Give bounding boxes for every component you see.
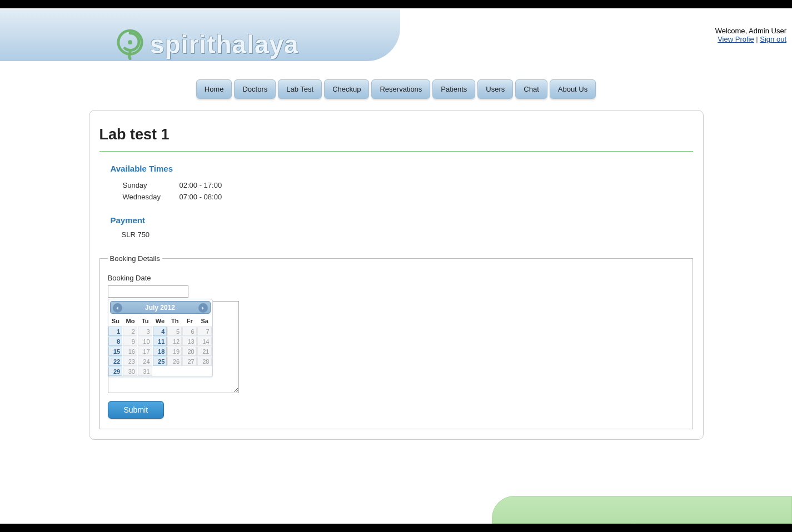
datepicker-day[interactable]: 22 [108, 357, 123, 366]
datepicker-prev-button[interactable] [113, 303, 122, 313]
datepicker-weekday: Sa [197, 315, 212, 327]
top-black-bar [0, 0, 792, 8]
datepicker-grid: SuMoTuWeThFrSa 1234567891011121314151617… [108, 315, 212, 377]
nav-lab-test[interactable]: Lab Test [278, 79, 322, 99]
available-times-table: Sunday02:00 - 17:00Wednesday07:00 - 08:0… [122, 179, 223, 203]
datepicker-weekday: Th [167, 315, 182, 327]
chevron-right-icon [201, 306, 205, 310]
sign-out-link[interactable]: Sign out [760, 35, 786, 43]
view-profile-link[interactable]: View Profie [718, 35, 754, 43]
datepicker-day: 13 [182, 337, 197, 346]
main-panel: Lab test 1 Available Times Sunday02:00 -… [89, 110, 704, 440]
welcome-text: Welcome, Admin User [715, 27, 786, 35]
datepicker-day[interactable]: 15 [108, 347, 123, 356]
datepicker-day: 23 [123, 357, 137, 366]
datepicker-day: 6 [182, 327, 197, 336]
datepicker-day: 24 [138, 357, 152, 366]
datepicker-weekday: We [153, 315, 168, 327]
logo-banner: spirithalaya [0, 8, 400, 61]
datepicker-day: 28 [197, 357, 212, 366]
header: spirithalaya Welcome, Admin User View Pr… [0, 8, 792, 69]
datepicker-day: 14 [197, 337, 212, 346]
datepicker-day: 27 [182, 357, 197, 366]
datepicker-day[interactable]: 25 [153, 357, 167, 366]
datepicker-day: 2 [123, 327, 137, 336]
available-time-row: Sunday02:00 - 17:00 [123, 180, 222, 190]
nav-checkup[interactable]: Checkup [324, 79, 369, 99]
datepicker-day[interactable]: 11 [153, 337, 167, 346]
datepicker-day[interactable]: 18 [153, 347, 167, 356]
booking-date-input[interactable] [108, 285, 188, 298]
chevron-left-icon [115, 306, 119, 310]
datepicker-weekday: Tu [138, 315, 153, 327]
payment-value: SLR 750 [122, 230, 693, 239]
user-box: Welcome, Admin User View Profie | Sign o… [715, 27, 786, 43]
datepicker-day: 12 [167, 337, 182, 346]
brand-text: spirithalaya [150, 29, 299, 59]
datepicker-day: 10 [138, 337, 152, 346]
main-nav: HomeDoctorsLab TestCheckupReservationsPa… [0, 79, 792, 99]
nav-doctors[interactable]: Doctors [234, 79, 276, 99]
datepicker-day: 30 [123, 367, 137, 376]
datepicker-day: 9 [123, 337, 137, 346]
logo-swirl-icon [117, 29, 143, 60]
payment-heading: Payment [111, 215, 693, 225]
available-time-day: Sunday [123, 180, 178, 190]
datepicker-day[interactable]: 29 [108, 367, 123, 376]
nav-users[interactable]: Users [477, 79, 513, 99]
datepicker-day: 31 [138, 367, 152, 376]
datepicker-next-button[interactable] [198, 303, 208, 313]
datepicker-weekday: Su [108, 315, 123, 327]
nav-patients[interactable]: Patients [432, 79, 475, 99]
available-time-range: 07:00 - 08:00 [180, 192, 222, 202]
datepicker-day: 3 [138, 327, 152, 336]
available-times-heading: Available Times [111, 164, 693, 173]
datepicker: July 2012 SuMoTuWeThFrSa 123456789101112… [108, 299, 213, 377]
svg-point-1 [128, 40, 132, 44]
datepicker-day: 19 [167, 347, 182, 356]
datepicker-weekday: Mo [123, 315, 138, 327]
datepicker-day[interactable]: 4 [153, 327, 167, 336]
submit-button[interactable]: Submit [108, 401, 165, 419]
available-time-range: 02:00 - 17:00 [180, 180, 222, 190]
datepicker-weekday: Fr [182, 315, 197, 327]
datepicker-day[interactable]: 8 [108, 337, 123, 346]
available-time-row: Wednesday07:00 - 08:00 [123, 192, 222, 202]
datepicker-day: 20 [182, 347, 197, 356]
datepicker-day: 21 [197, 347, 212, 356]
datepicker-header: July 2012 [110, 301, 211, 314]
nav-reservations[interactable]: Reservations [371, 79, 430, 99]
nav-chat[interactable]: Chat [515, 79, 547, 99]
nav-about-us[interactable]: About Us [550, 79, 596, 99]
datepicker-day: 16 [123, 347, 137, 356]
booking-date-label: Booking Date [108, 274, 685, 282]
available-time-day: Wednesday [123, 192, 178, 202]
datepicker-day: 5 [167, 327, 182, 336]
nav-home[interactable]: Home [196, 79, 232, 99]
datepicker-day: 26 [167, 357, 182, 366]
datepicker-day[interactable]: 1 [108, 327, 123, 336]
datepicker-day: 7 [197, 327, 212, 336]
page-title: Lab test 1 [99, 126, 693, 152]
booking-fieldset: Booking Details Booking Date July 2012 S… [99, 254, 693, 429]
datepicker-title: July 2012 [145, 304, 175, 312]
datepicker-day: 17 [138, 347, 152, 356]
booking-legend: Booking Details [108, 254, 162, 263]
